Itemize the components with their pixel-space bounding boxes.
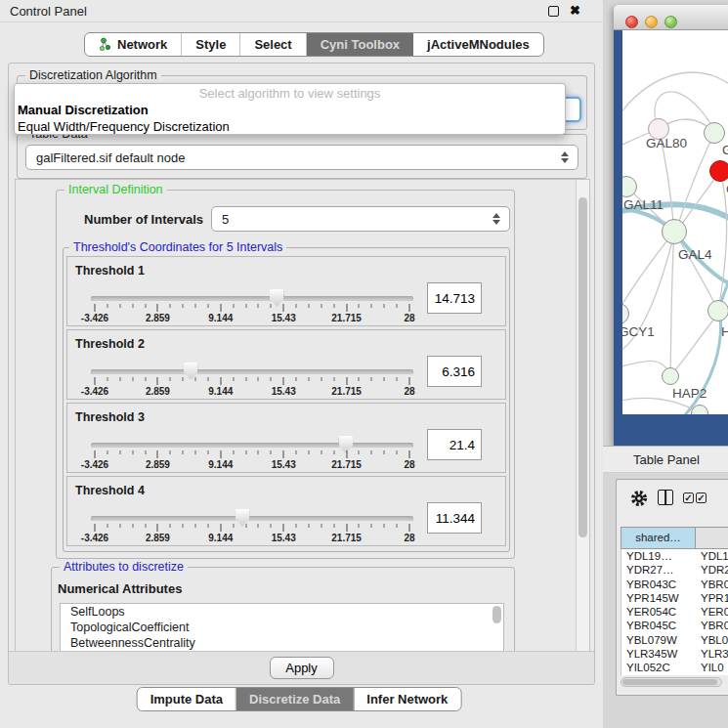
zoom-traffic-light[interactable] bbox=[664, 16, 677, 28]
threshold-value-input[interactable] bbox=[427, 356, 482, 387]
table-cell[interactable]: YDR27… bbox=[621, 563, 696, 577]
close-icon[interactable]: ✖ bbox=[570, 3, 580, 18]
table-row[interactable]: YPR145WYPR1 bbox=[621, 591, 728, 605]
slider-tick-labels: -3.4262.8599.14415.4321.71528 bbox=[95, 533, 409, 544]
table-cell[interactable]: YLR3 bbox=[696, 647, 728, 661]
dropdown-option-equal-width-frequency[interactable]: Equal Width/Frequency Discretization bbox=[15, 118, 565, 135]
split-columns-icon[interactable] bbox=[658, 490, 673, 505]
tick-mark bbox=[245, 450, 246, 454]
apply-button[interactable]: Apply bbox=[270, 657, 334, 679]
tick-mark bbox=[233, 524, 234, 528]
settings-scrollbar-thumb[interactable] bbox=[578, 197, 587, 537]
table-cell[interactable]: YIL0 bbox=[696, 661, 728, 674]
checkbox-icon-1[interactable]: ✓ bbox=[683, 492, 694, 503]
tick-mark bbox=[132, 524, 133, 528]
tick-mark bbox=[258, 377, 259, 381]
table-cell[interactable]: YER054C bbox=[621, 605, 696, 619]
network-node[interactable] bbox=[707, 300, 728, 321]
combo-spinner-icon bbox=[561, 151, 569, 163]
attribute-list-item[interactable]: SelfLoops bbox=[61, 604, 503, 620]
checkbox-icon-2[interactable]: ✓ bbox=[696, 492, 707, 503]
tick-label: -3.426 bbox=[81, 313, 108, 323]
slider-tick-labels: -3.4262.8599.14415.4321.71528 bbox=[95, 386, 409, 398]
table-cell[interactable]: YIL052C bbox=[621, 661, 696, 674]
discretization-algorithm-group-title: Discretization Algorithm bbox=[25, 68, 161, 82]
dropdown-placeholder-option[interactable]: Select algorithm to view settings bbox=[15, 85, 565, 102]
threshold-slider[interactable] bbox=[91, 516, 413, 521]
tab-network[interactable]: Network bbox=[85, 33, 182, 56]
tick-mark bbox=[233, 377, 234, 381]
table-cell[interactable]: YPR1 bbox=[696, 591, 728, 605]
table-cell[interactable]: YBR043C bbox=[621, 578, 696, 591]
table-row[interactable]: YER054CYER0 bbox=[621, 605, 728, 619]
table-cell[interactable]: YBR045C bbox=[621, 619, 696, 632]
slider-tick-labels: -3.4262.8599.14415.4321.71528 bbox=[95, 313, 409, 324]
tick-label: 9.144 bbox=[208, 386, 233, 397]
control-panel-tabs: Network Style Select Cyni Toolbox jActiv… bbox=[84, 32, 544, 57]
tab-style[interactable]: Style bbox=[182, 33, 240, 56]
minimize-traffic-light[interactable] bbox=[645, 16, 658, 28]
table-cell[interactable]: YPR145W bbox=[621, 591, 696, 605]
threshold-value-input[interactable] bbox=[427, 282, 482, 314]
tick-mark bbox=[321, 304, 321, 308]
thresholds-stack: Threshold 1 -3.4262.8599.14415.4321.7152… bbox=[66, 256, 506, 549]
close-traffic-light[interactable] bbox=[625, 16, 638, 28]
attribute-list-item[interactable]: TopologicalCoefficient bbox=[61, 620, 503, 635]
network-node[interactable] bbox=[704, 122, 725, 144]
attribute-list-item[interactable]: BetweennessCentrality bbox=[61, 635, 503, 651]
tick-mark bbox=[321, 377, 321, 381]
tab-jactivemnodules[interactable]: jActiveMNodules bbox=[413, 33, 543, 56]
table-row[interactable]: YDL19…YDL1 bbox=[621, 549, 728, 563]
threshold-slider[interactable] bbox=[91, 443, 413, 448]
table-row[interactable]: YIL052CYIL0 bbox=[621, 661, 728, 674]
table-row[interactable]: YLR345WYLR3 bbox=[621, 647, 728, 661]
tick-mark bbox=[95, 524, 96, 532]
tab-select[interactable]: Select bbox=[240, 33, 306, 56]
dropdown-option-manual-discretization[interactable]: Manual Discretization bbox=[15, 102, 565, 118]
network-canvas[interactable]: GAL80GACGAL11GAL4GCY1HHAP2 bbox=[622, 30, 728, 414]
tick-label: 15.43 bbox=[272, 313, 296, 323]
numerical-attributes-list[interactable]: SelfLoopsTopologicalCoefficientBetweenne… bbox=[60, 603, 504, 652]
tab-impute-data[interactable]: Impute Data bbox=[138, 688, 236, 710]
table-cell[interactable]: YDL1 bbox=[696, 549, 728, 563]
tick-mark bbox=[220, 377, 221, 385]
table-horizontal-scrollbar[interactable] bbox=[621, 677, 722, 687]
network-node[interactable] bbox=[662, 219, 687, 244]
number-of-intervals-combobox[interactable]: 5 bbox=[211, 206, 510, 232]
tick-mark bbox=[170, 304, 171, 308]
table-row[interactable]: YBR043CYBR0 bbox=[621, 578, 728, 591]
tab-cyni-toolbox[interactable]: Cyni Toolbox bbox=[307, 33, 413, 56]
table-row[interactable]: YBL079WYBL0 bbox=[621, 633, 728, 647]
threshold-slider[interactable] bbox=[91, 369, 413, 374]
tick-label: 2.859 bbox=[146, 533, 170, 543]
table-cell[interactable]: YER0 bbox=[696, 605, 728, 619]
table-data-combobox[interactable]: galFiltered.sif default node bbox=[25, 145, 578, 170]
table-row[interactable]: YDR27…YDR2 bbox=[621, 563, 728, 577]
float-window-icon[interactable] bbox=[548, 6, 559, 17]
tab-discretize-data[interactable]: Discretize Data bbox=[236, 688, 354, 710]
table-cell[interactable]: YBR0 bbox=[696, 578, 728, 591]
table-toolbar: ✓ ✓ bbox=[617, 480, 728, 523]
gear-icon[interactable] bbox=[629, 489, 649, 508]
table-cell[interactable]: YBL0 bbox=[696, 633, 728, 647]
list-scrollbar-thumb[interactable] bbox=[492, 606, 501, 623]
table-row[interactable]: YBR045CYBR0 bbox=[621, 619, 728, 632]
table-cell[interactable]: YDR2 bbox=[696, 563, 728, 577]
column-header-shared-name[interactable]: shared… bbox=[621, 528, 696, 548]
tick-mark bbox=[195, 524, 196, 528]
network-node[interactable] bbox=[709, 160, 728, 182]
table-cell[interactable]: YBR0 bbox=[696, 619, 728, 632]
table-cell[interactable]: YDL19… bbox=[621, 549, 696, 563]
table-cell[interactable]: YBL079W bbox=[621, 633, 696, 647]
tick-mark bbox=[170, 450, 171, 454]
threshold-slider[interactable] bbox=[91, 296, 413, 301]
settings-scrollbar[interactable] bbox=[576, 180, 589, 651]
tab-infer-network[interactable]: Infer Network bbox=[354, 688, 460, 710]
edge bbox=[622, 72, 728, 118]
column-header-name[interactable]: na bbox=[696, 528, 728, 548]
threshold-value-input[interactable] bbox=[427, 429, 482, 460]
threshold-value-input[interactable] bbox=[427, 502, 482, 534]
network-node[interactable] bbox=[662, 367, 679, 385]
table-cell[interactable]: YLR345W bbox=[621, 647, 696, 661]
table-scrollbar-thumb[interactable] bbox=[622, 679, 717, 685]
